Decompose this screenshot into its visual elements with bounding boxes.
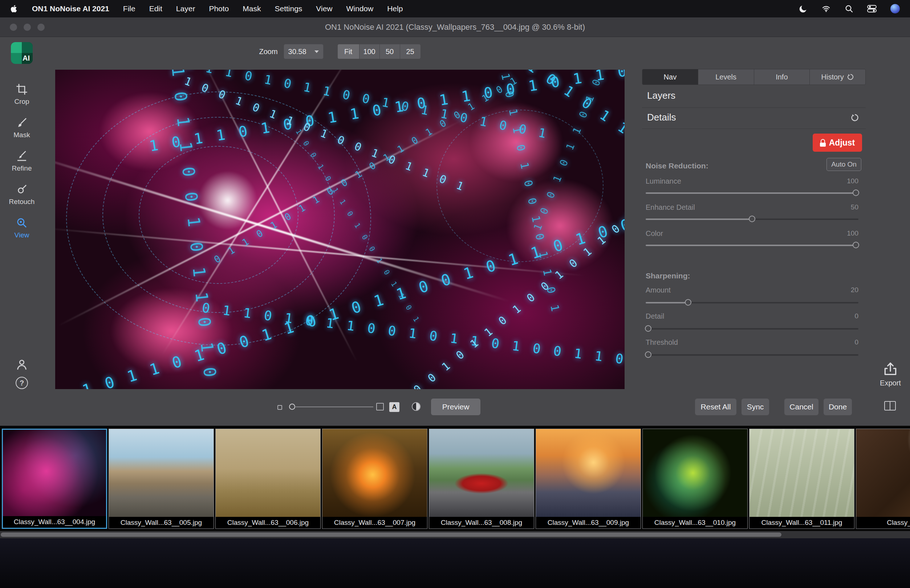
menu-app-name[interactable]: ON1 NoNoise AI 2021 (32, 4, 109, 13)
slider-knob[interactable] (645, 351, 651, 358)
desktop-screen: ON1 NoNoise AI 2021 File Edit Layer Phot… (0, 0, 910, 588)
filmstrip: Classy_Wall...63__004.jpg Classy_Wall...… (0, 426, 910, 531)
enhance-detail-label: Enhance Detail (646, 203, 695, 212)
slider-knob[interactable] (853, 242, 859, 248)
menu-file[interactable]: File (123, 4, 136, 13)
menu-photo[interactable]: Photo (209, 4, 229, 13)
help-button[interactable]: ? (0, 377, 44, 389)
tool-crop[interactable]: Crop (0, 84, 44, 106)
thumbnail-image (536, 429, 640, 517)
filmstrip-item[interactable]: Classy_Wall... (856, 429, 910, 529)
zoom-25-button[interactable]: 25 (400, 44, 420, 59)
tab-nav[interactable]: Nav (642, 69, 698, 84)
photo-canvas[interactable]: 1 0 1 1 0 1 0 0 1 1 0 1 0 1 1 0 0 1 0 1 … (55, 70, 625, 389)
preview-opacity-knob[interactable] (289, 404, 295, 410)
account-button[interactable] (0, 358, 44, 372)
filmstrip-item[interactable]: Classy_Wall...63__009.jpg (536, 429, 641, 529)
tab-history[interactable]: History (810, 69, 865, 84)
control-center-icon[interactable] (867, 4, 877, 13)
filmstrip-item[interactable]: Classy_Wall...63__007.jpg (322, 429, 427, 529)
zoom-50-button[interactable]: 50 (380, 44, 400, 59)
enhance-detail-slider[interactable] (646, 218, 858, 220)
sync-button[interactable]: Sync (742, 399, 769, 415)
macos-menu-bar: ON1 NoNoise AI 2021 File Edit Layer Phot… (0, 0, 910, 18)
details-reset-icon[interactable] (850, 113, 859, 123)
mask-view-icon[interactable] (412, 402, 420, 411)
detail-value: 0 (855, 312, 858, 320)
preview-button[interactable]: Preview (431, 399, 480, 415)
tool-mask[interactable]: Mask (0, 117, 44, 139)
menu-edit[interactable]: Edit (149, 4, 162, 13)
zoom-value: 30.58 (288, 48, 307, 56)
filmstrip-item[interactable]: Classy_Wall...63__011.jpg (749, 429, 855, 529)
color-slider[interactable] (646, 245, 858, 246)
brush-icon (16, 117, 27, 129)
cancel-button[interactable]: Cancel (784, 399, 818, 415)
done-button[interactable]: Done (824, 399, 852, 415)
luminance-slider[interactable] (646, 192, 858, 194)
tab-info[interactable]: Info (754, 69, 810, 84)
zoom-toolbar: Zoom 30.58 Fit 100 50 25 (55, 43, 625, 60)
export-button[interactable]: Export (871, 361, 909, 387)
thumbnail-filename: Classy_Wall...63__008.jpg (429, 517, 534, 528)
scrollbar-thumb[interactable] (1, 533, 781, 537)
slider-knob[interactable] (853, 189, 859, 196)
details-header[interactable]: Details (647, 112, 676, 123)
wifi-icon[interactable] (821, 4, 831, 13)
apple-menu-icon[interactable] (10, 4, 18, 13)
tool-sidebar: AI Crop Mask Refine Retouch View ? (0, 37, 44, 426)
tool-label: Retouch (9, 198, 35, 205)
menu-view[interactable]: View (316, 4, 332, 13)
tool-label: View (15, 231, 29, 239)
amount-slider[interactable] (646, 302, 858, 304)
preview-split-icon[interactable] (278, 405, 282, 410)
thumbnail-image (429, 429, 534, 517)
filmstrip-scrollbar[interactable] (0, 531, 910, 538)
menu-settings[interactable]: Settings (275, 4, 302, 13)
auto-on-button[interactable]: Auto On (826, 158, 862, 171)
minimize-window-button[interactable] (24, 24, 31, 31)
layers-header[interactable]: Layers (647, 90, 676, 101)
slider-knob[interactable] (685, 299, 692, 305)
divider (642, 107, 866, 108)
filmstrip-item[interactable]: Classy_Wall...63__004.jpg (2, 429, 107, 529)
tool-retouch[interactable]: Retouch (0, 184, 44, 206)
compare-box-icon[interactable] (376, 403, 384, 410)
filmstrip-item[interactable]: Classy_Wall...63__005.jpg (108, 429, 214, 529)
spotlight-search-icon[interactable] (845, 4, 853, 13)
slider-knob[interactable] (645, 325, 651, 332)
reset-all-button[interactable]: Reset All (695, 399, 736, 415)
compare-letter-icon[interactable]: A (389, 402, 399, 412)
slider-knob[interactable] (749, 216, 755, 222)
crop-icon (16, 84, 27, 95)
menu-mask[interactable]: Mask (242, 4, 261, 13)
split-view-icon[interactable] (884, 401, 896, 413)
menu-layer[interactable]: Layer (176, 4, 196, 13)
luminance-value: 100 (847, 177, 858, 185)
zoom-fit-button[interactable]: Fit (338, 44, 359, 59)
siri-icon[interactable] (891, 4, 900, 13)
tab-levels[interactable]: Levels (698, 69, 754, 84)
menu-help[interactable]: Help (387, 4, 403, 13)
detail-slider[interactable] (646, 328, 858, 330)
filmstrip-item[interactable]: Classy_Wall...63__006.jpg (215, 429, 321, 529)
zoom-level-select[interactable]: 30.58 (284, 44, 323, 59)
filmstrip-item[interactable]: Classy_Wall...63__008.jpg (429, 429, 534, 529)
window-title-bar[interactable]: ON1 NoNoise AI 2021 (Classy_Wallpapers_7… (0, 18, 910, 37)
close-window-button[interactable] (10, 24, 17, 31)
menu-window[interactable]: Window (346, 4, 373, 13)
thumbnail-image (643, 429, 747, 517)
zoom-preset-group: Fit 100 50 25 (337, 44, 421, 59)
starburst (197, 171, 259, 229)
threshold-slider[interactable] (646, 354, 858, 356)
filmstrip-item[interactable]: Classy_Wall...63__010.jpg (642, 429, 748, 529)
tool-refine[interactable]: Refine (0, 150, 44, 173)
tool-view[interactable]: View (0, 217, 44, 239)
color-label: Color (646, 229, 663, 238)
adjust-button[interactable]: Adjust (813, 134, 862, 152)
do-not-disturb-moon-icon[interactable] (799, 4, 808, 13)
zoom-window-button[interactable] (37, 24, 45, 31)
zoom-100-button[interactable]: 100 (359, 44, 380, 59)
thumbnail-filename: Classy_Wall...63__004.jpg (3, 516, 106, 528)
preview-opacity-slider[interactable] (296, 407, 373, 407)
